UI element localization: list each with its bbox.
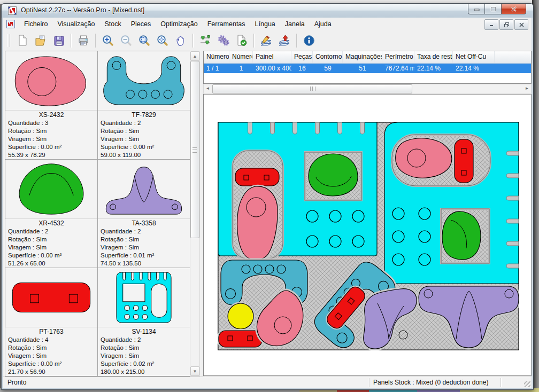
zoom-out-icon bbox=[120, 34, 133, 47]
status-panels-stock: Panels Stock : Mixed (0 deduction done) bbox=[373, 377, 488, 388]
pan-button[interactable] bbox=[172, 33, 190, 49]
scroll-thumb[interactable] bbox=[212, 84, 412, 93]
menu-pieces[interactable]: Pieces bbox=[126, 19, 156, 29]
mdi-close-button[interactable] bbox=[514, 19, 528, 30]
minimize-icon bbox=[474, 6, 480, 11]
piece-card-sv-1134[interactable]: SV-1134 Quantidade : 2 Rotação : Sim Vir… bbox=[98, 268, 190, 377]
zoom-selection-button[interactable] bbox=[135, 33, 153, 49]
menu-ficheiro[interactable]: Ficheiro bbox=[19, 19, 52, 29]
piece-quantity: Quantidade : 2 bbox=[5, 228, 97, 236]
save-icon bbox=[52, 34, 65, 47]
save-button[interactable] bbox=[50, 33, 68, 49]
piece-preview bbox=[98, 51, 190, 111]
zoom-out-button[interactable] bbox=[117, 33, 135, 49]
nested-pt[interactable] bbox=[235, 168, 279, 186]
nested-circle[interactable] bbox=[228, 303, 253, 329]
piece-card-ta-3358[interactable]: TA-3358 Quantidade : 2 Rotação : Sim Vir… bbox=[98, 160, 190, 268]
scroll-left-button[interactable]: ◄ bbox=[204, 84, 212, 92]
piece-card-xs-2432[interactable]: XS-2432 Quantidade : 3 Rotação : Sim Vir… bbox=[5, 51, 98, 160]
cell-pecas: 16 bbox=[291, 64, 313, 73]
scroll-thumb[interactable] bbox=[190, 61, 199, 238]
nesting-view[interactable] bbox=[203, 94, 532, 376]
zoom-selection-icon bbox=[138, 34, 151, 47]
col-maquinacoes[interactable]: Maquinações bbox=[343, 51, 382, 63]
nested-pt[interactable] bbox=[219, 331, 262, 347]
col-numero-2[interactable]: Número bbox=[229, 51, 253, 63]
nested-pt[interactable] bbox=[455, 139, 473, 183]
piece-shape-sv bbox=[101, 269, 187, 326]
nested-xr[interactable] bbox=[309, 154, 358, 196]
edit-nesting-button[interactable] bbox=[257, 33, 275, 49]
menu-stock[interactable]: Stock bbox=[99, 19, 126, 29]
col-contornos[interactable]: Contornos bbox=[313, 51, 343, 63]
col-numero-1[interactable]: Número bbox=[204, 51, 229, 63]
piece-shape-tf bbox=[101, 52, 187, 109]
piece-flip: Viragem : Sim bbox=[5, 352, 97, 360]
piece-shape-xr bbox=[8, 161, 95, 217]
menu-ajuda[interactable]: Ajuda bbox=[310, 19, 336, 29]
print-button[interactable] bbox=[74, 33, 93, 49]
scroll-grip bbox=[310, 87, 315, 91]
toolbar-grip[interactable] bbox=[7, 34, 10, 47]
table-scrollbar[interactable]: ◄ ► bbox=[203, 84, 532, 94]
table-header[interactable]: Número Número Painel Peças Contornos Maq… bbox=[204, 51, 531, 64]
menu-janela[interactable]: Janela bbox=[280, 19, 310, 29]
piece-quantity: Quantidade : 2 bbox=[98, 228, 190, 236]
menu-visualizacao[interactable]: Visualização bbox=[52, 19, 99, 29]
minimize-button[interactable] bbox=[468, 4, 485, 14]
mdi-restore-button[interactable] bbox=[499, 19, 513, 30]
title-bar[interactable]: OptiNest 2.27c -- Versão Pro - [Mixed.ns… bbox=[2, 4, 533, 18]
optimization-settings-button[interactable] bbox=[214, 33, 233, 49]
col-perimetro[interactable]: Perímetro bbox=[382, 51, 414, 63]
zoom-in-button[interactable] bbox=[99, 33, 117, 49]
menu-bar: Ficheiro Visualização Stock Pieces Optim… bbox=[3, 18, 532, 31]
export-nesting-button[interactable] bbox=[275, 33, 294, 49]
col-pecas[interactable]: Peças bbox=[291, 51, 313, 63]
close-button[interactable] bbox=[501, 4, 526, 14]
table-row-selected[interactable]: 1 / 1 1 300.00 x 400.00 16 59 51 7672.64… bbox=[204, 64, 531, 73]
col-taxa-restos[interactable]: Taxa de restos bbox=[414, 51, 453, 63]
piece-card-tf-7829[interactable]: TF-7829 Quantidade : 2 Rotação : Sim Vir… bbox=[98, 51, 190, 160]
maximize-button[interactable] bbox=[484, 4, 502, 14]
nested-xs[interactable] bbox=[396, 138, 452, 178]
zoom-in-icon bbox=[102, 34, 114, 47]
piece-rotation: Rotação : Sim bbox=[98, 344, 190, 352]
piece-size: 55.39 x 78.29 bbox=[5, 151, 97, 159]
piece-flip: Viragem : Sim bbox=[5, 244, 97, 252]
menu-ferramentas[interactable]: Ferramentas bbox=[203, 19, 250, 29]
new-button[interactable] bbox=[13, 33, 32, 49]
validate-nesting-button[interactable] bbox=[233, 33, 251, 49]
col-painel[interactable]: Painel bbox=[253, 51, 291, 63]
mdi-minimize-button[interactable] bbox=[484, 19, 498, 30]
toolbar bbox=[3, 30, 532, 51]
menu-lingua[interactable]: Língua bbox=[250, 19, 280, 29]
open-file-icon bbox=[34, 34, 47, 47]
cell-taxa-restos: 22.14 % bbox=[414, 64, 453, 73]
status-message: Pronto bbox=[7, 377, 26, 388]
piece-card-xr-4532[interactable]: XR-4532 Quantidade : 2 Rotação : Sim Vir… bbox=[5, 160, 98, 268]
scroll-down-button[interactable]: ▼ bbox=[190, 366, 199, 376]
zoom-fit-button[interactable] bbox=[153, 33, 172, 49]
col-net-offcut[interactable]: Net Off-Cu bbox=[453, 51, 495, 63]
nested-xr[interactable] bbox=[442, 211, 481, 260]
scroll-right-button[interactable]: ► bbox=[523, 84, 531, 92]
cell-net-offcut: 22.14 % bbox=[453, 64, 495, 73]
resize-grip[interactable] bbox=[524, 381, 530, 387]
piece-card-pt-1763[interactable]: PT-1763 Quantidade : 4 Rotação : Sim Vir… bbox=[5, 268, 98, 377]
piece-rotation: Rotação : Sim bbox=[5, 344, 97, 352]
piece-shape-pt bbox=[8, 269, 95, 326]
piece-name: XR-4532 bbox=[5, 219, 97, 228]
scroll-up-button[interactable]: ▲ bbox=[190, 51, 199, 61]
toolbar-separator bbox=[71, 34, 72, 48]
restore-icon bbox=[490, 6, 496, 12]
nesting-parameters-button[interactable] bbox=[196, 33, 214, 49]
info-button[interactable] bbox=[300, 33, 318, 49]
piece-preview bbox=[98, 268, 190, 327]
document-logo-icon bbox=[6, 20, 15, 28]
close-icon bbox=[511, 6, 517, 12]
validate-document-icon bbox=[235, 34, 248, 47]
open-button[interactable] bbox=[32, 33, 50, 49]
toolbar-separator bbox=[296, 34, 297, 48]
menu-optimizacao[interactable]: Optimização bbox=[156, 19, 202, 29]
pieces-scrollbar[interactable]: ▲ ▼ bbox=[190, 51, 200, 377]
